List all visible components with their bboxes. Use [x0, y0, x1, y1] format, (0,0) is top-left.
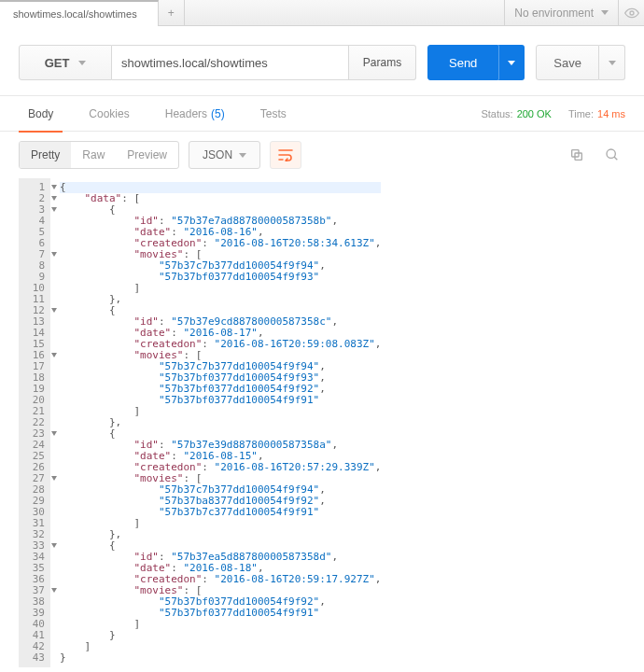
url-input[interactable] [112, 45, 349, 80]
chevron-down-icon [601, 10, 609, 15]
send-dropdown[interactable] [498, 45, 525, 80]
tab-body[interactable]: Body [19, 96, 63, 132]
request-tab[interactable]: showtimes.local/showtimes [0, 0, 159, 26]
line-gutter: 1234567891011121314151617181920212223242… [19, 178, 50, 667]
view-pretty[interactable]: Pretty [20, 142, 71, 168]
svg-point-3 [607, 149, 615, 158]
new-tab-button[interactable]: + [159, 0, 185, 26]
copy-button[interactable] [564, 142, 590, 168]
format-selector[interactable]: JSON [189, 141, 260, 169]
method-selector[interactable]: GET [19, 45, 112, 80]
tab-cookies[interactable]: Cookies [79, 96, 138, 132]
tab-bar: showtimes.local/showtimes + No environme… [0, 0, 644, 26]
wrap-icon [278, 148, 293, 161]
send-button[interactable]: Send [427, 45, 498, 80]
tab-headers[interactable]: Headers(5) [156, 96, 234, 132]
environment-quicklook-button[interactable] [618, 0, 644, 26]
svg-point-0 [630, 11, 634, 15]
save-button[interactable]: Save [536, 45, 599, 80]
body-toolbar: Pretty Raw Preview JSON [0, 132, 644, 178]
svg-line-4 [614, 157, 617, 160]
chevron-down-icon [609, 61, 616, 65]
response-tabs: Body Cookies Headers(5) Tests Status:200… [0, 96, 644, 132]
chevron-down-icon [78, 61, 86, 65]
view-preview[interactable]: Preview [116, 142, 178, 168]
view-raw[interactable]: Raw [71, 142, 116, 168]
wrap-lines-button[interactable] [270, 141, 301, 169]
response-body[interactable]: 1234567891011121314151617181920212223242… [0, 178, 644, 667]
code-content: { "data": [ { "id": "57b37e7ad8878000058… [50, 178, 381, 667]
status-indicator: Status:200 OK [481, 108, 552, 119]
save-dropdown[interactable] [599, 45, 625, 80]
time-indicator: Time:14 ms [568, 108, 625, 119]
search-button[interactable] [599, 142, 625, 168]
chevron-down-icon [239, 153, 246, 158]
environment-label: No environment [514, 7, 594, 20]
method-label: GET [45, 56, 70, 70]
view-mode-group: Pretty Raw Preview [19, 141, 179, 169]
request-bar: GET Params Send Save [19, 45, 625, 80]
params-button[interactable]: Params [349, 45, 416, 80]
tab-title: showtimes.local/showtimes [13, 8, 137, 20]
environment-selector[interactable]: No environment [504, 0, 618, 26]
chevron-down-icon [508, 61, 515, 65]
search-icon [605, 147, 620, 162]
tab-tests[interactable]: Tests [251, 96, 296, 132]
copy-icon [569, 147, 584, 162]
